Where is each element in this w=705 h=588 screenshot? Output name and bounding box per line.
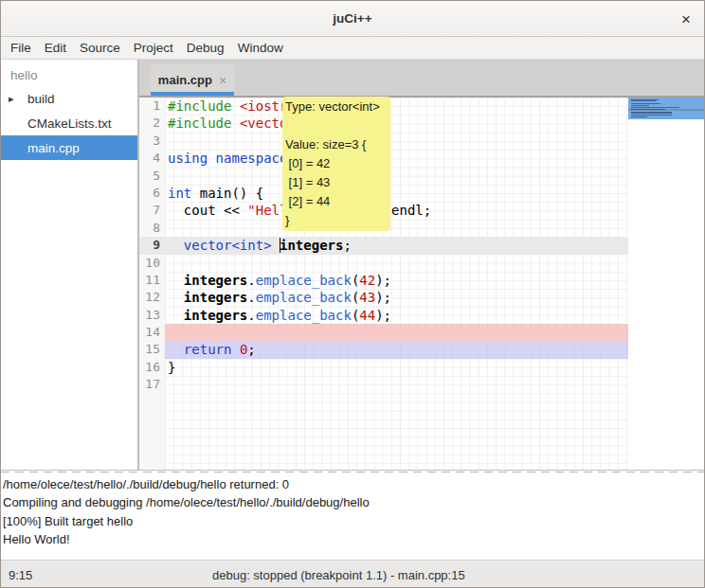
menu-item-project[interactable]: Project [134, 41, 173, 55]
terminal-line: /home/olece/test/hello/./build/debug/hel… [3, 475, 702, 493]
terminal-line: Compiling and debugging /home/olece/test… [3, 493, 702, 511]
line-number[interactable]: 10 [139, 255, 165, 272]
menu-item-file[interactable]: File [10, 41, 31, 55]
tooltip-line [285, 116, 388, 135]
code-line[interactable]: 16} [139, 359, 628, 376]
expander-icon[interactable]: ▸ [9, 93, 14, 105]
status-bar: 9:15 debug: stopped (breakpoint 1.1) - m… [1, 560, 704, 588]
code-editor[interactable]: 1#include <iostream>2#include <vector>34… [139, 98, 704, 470]
close-icon[interactable]: × [681, 10, 691, 27]
active-tab-indicator [151, 92, 234, 96]
code-text: return 0; [165, 341, 628, 358]
code-text [165, 133, 628, 150]
line-number[interactable]: 12 [139, 289, 165, 306]
tab-bar: main.cpp × [139, 60, 704, 98]
cursor-position-status: 9:15 [9, 568, 32, 582]
code-text: vector<int> integers; [165, 237, 628, 254]
editor-pane: main.cpp × 1#include <iostream>2#include… [139, 60, 704, 470]
file-tree: ▸buildCMakeLists.txtmain.cpp [1, 86, 137, 160]
code-text [165, 220, 628, 237]
tooltip-line: [1] = 43 [285, 173, 388, 192]
code-text: integers.emplace_back(42); [165, 272, 628, 289]
code-text [165, 324, 628, 341]
line-number[interactable]: 13 [139, 307, 165, 324]
debug-status: debug: stopped (breakpoint 1.1) - main.c… [212, 568, 465, 582]
minimap-viewport[interactable] [628, 98, 704, 119]
project-root-label: hello [1, 60, 137, 86]
text-cursor [280, 238, 280, 253]
tree-item-build[interactable]: ▸build [1, 86, 137, 111]
line-number[interactable]: 3 [139, 133, 165, 150]
code-line[interactable]: 14 [139, 324, 628, 341]
line-number[interactable]: 16 [139, 359, 165, 376]
menu-item-window[interactable]: Window [238, 41, 283, 55]
line-number[interactable]: 15 [139, 341, 165, 358]
file-tree-sidebar: hello ▸buildCMakeLists.txtmain.cpp [1, 60, 139, 470]
menu-item-edit[interactable]: Edit [45, 41, 66, 55]
tab-close-icon[interactable]: × [219, 74, 226, 87]
code-line[interactable]: 11 integers.emplace_back(42); [139, 272, 628, 289]
line-number[interactable]: 6 [139, 185, 165, 202]
code-line[interactable]: 12 integers.emplace_back(43); [139, 289, 628, 306]
line-number[interactable]: 2 [139, 115, 165, 132]
line-number[interactable]: 9 [139, 237, 165, 254]
code-line[interactable]: 13 integers.emplace_back(44); [139, 307, 628, 324]
code-text [165, 168, 628, 185]
tree-item-label: main.cpp [1, 141, 80, 155]
code-text: } [165, 359, 628, 376]
title-bar[interactable]: juCi++ × [1, 1, 704, 37]
window-title: juCi++ [333, 11, 371, 26]
code-text [165, 255, 628, 272]
tree-item-main-cpp[interactable]: main.cpp [1, 135, 137, 160]
tooltip-line: [2] = 44 [285, 192, 388, 211]
terminal-line: Hello World! [3, 530, 702, 548]
tooltip-line: [0] = 42 [285, 154, 388, 173]
line-number[interactable]: 17 [139, 376, 165, 393]
line-number[interactable]: 14 [139, 324, 165, 341]
line-number[interactable]: 11 [139, 272, 165, 289]
code-text: cout << "Hello World!" << endl; [165, 202, 628, 219]
minimap[interactable] [628, 98, 704, 470]
tooltip-line: Value: size=3 { [285, 135, 388, 154]
code-line[interactable]: 15 return 0; [139, 341, 628, 358]
line-number[interactable]: 7 [139, 202, 165, 219]
menu-bar: FileEditSourceProjectDebugWindow [1, 37, 704, 60]
code-text: int main() { [165, 185, 628, 202]
code-text [165, 376, 628, 393]
code-text: integers.emplace_back(44); [165, 307, 628, 324]
line-number[interactable]: 5 [139, 168, 165, 185]
tree-item-cmakelists-txt[interactable]: CMakeLists.txt [1, 111, 137, 135]
line-number[interactable]: 1 [139, 98, 165, 115]
tooltip-line: } [285, 211, 388, 230]
menu-item-debug[interactable]: Debug [187, 41, 225, 55]
menu-item-source[interactable]: Source [80, 41, 120, 55]
terminal-line: [100%] Built target hello [3, 512, 702, 530]
code-text: #include <vector> [165, 115, 628, 132]
debug-value-tooltip: Type: vector<int> Value: size=3 { [0] = … [282, 97, 390, 231]
app-window: juCi++ × FileEditSourceProjectDebugWindo… [0, 0, 705, 588]
terminal-output[interactable]: /home/olece/test/hello/./build/debug/hel… [1, 473, 704, 560]
tooltip-line: Type: vector<int> [285, 98, 388, 116]
code-text: #include <iostream> [165, 98, 628, 115]
tree-item-label: CMakeLists.txt [1, 116, 112, 131]
line-number[interactable]: 8 [139, 220, 165, 237]
code-line[interactable]: 10 [139, 255, 628, 272]
code-line[interactable]: 17 [139, 376, 628, 393]
line-number[interactable]: 4 [139, 150, 165, 167]
code-text: using namespace std; [165, 150, 628, 167]
tab-label: main.cpp [158, 73, 212, 87]
code-text: integers.emplace_back(43); [165, 289, 628, 306]
code-line[interactable]: 9 vector<int> integers; [139, 237, 628, 254]
